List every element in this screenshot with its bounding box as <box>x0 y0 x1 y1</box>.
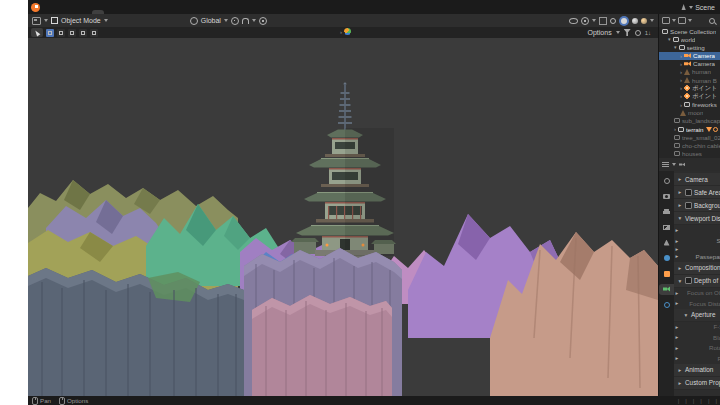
select-mode-subtract-icon[interactable] <box>68 29 76 37</box>
outliner-row[interactable]: cho-chin cable <box>659 141 720 149</box>
snap-magnet-icon[interactable] <box>242 18 249 24</box>
properties-row[interactable]: ▸ Background Images <box>674 199 720 212</box>
properties-row[interactable]: ▸ Show <box>674 236 720 247</box>
xray-toggle-icon[interactable] <box>599 17 607 25</box>
properties-row[interactable]: ▸ Animation <box>674 364 720 377</box>
panel-checkbox[interactable] <box>685 277 692 284</box>
properties-tab[interactable] <box>659 175 674 186</box>
collapse-arrow-icon[interactable]: ▾ <box>674 44 677 50</box>
panel-closed-arrow-icon: ▸ <box>677 380 683 386</box>
filter-funnel-icon[interactable] <box>624 29 631 36</box>
properties-row[interactable]: ▸ Safe Areas <box>674 186 720 199</box>
outliner-row[interactable]: › human <box>659 68 720 76</box>
display-mode-icon[interactable] <box>678 17 686 24</box>
outliner-row[interactable]: › human B <box>659 76 720 84</box>
properties-row[interactable]: ▸ Focus Distance <box>674 298 720 309</box>
shading-solid-active[interactable] <box>619 16 629 26</box>
shading-wireframe-icon[interactable] <box>610 18 616 24</box>
outliner-row[interactable]: › ポイント <box>659 84 720 92</box>
shading-material-icon[interactable] <box>632 18 638 24</box>
outliner-row[interactable]: › terrain <box>659 125 720 133</box>
outliner-row[interactable]: sub_landscape <box>659 117 720 125</box>
shading-rendered-icon[interactable] <box>641 18 647 24</box>
outliner-row[interactable]: Scene Collection <box>659 27 720 35</box>
properties-tab[interactable] <box>659 191 674 202</box>
panel-checkbox[interactable] <box>685 189 692 196</box>
properties-row[interactable]: ▸ Rotation <box>674 343 720 354</box>
disclosure-arrow-icon[interactable]: › <box>680 61 682 67</box>
properties-row[interactable]: ▸ Blades <box>674 332 720 343</box>
collapse-arrow-icon[interactable]: ▾ <box>668 36 671 42</box>
workspace-tabs <box>92 0 236 14</box>
properties-row[interactable]: ▸ Focus on Object <box>674 288 720 299</box>
properties-row[interactable]: ▾ Aperture <box>674 309 720 322</box>
properties-editor-icon[interactable] <box>662 162 669 167</box>
properties-tab[interactable] <box>659 222 674 233</box>
viewport-3d[interactable] <box>28 38 658 396</box>
blender-logo-icon[interactable] <box>31 3 40 12</box>
mode-selector[interactable]: Object Mode <box>61 17 101 24</box>
properties-row[interactable]: ▸ Passepartout <box>674 251 720 262</box>
disclosure-arrow-icon[interactable]: › <box>674 126 676 132</box>
outliner-item-icon <box>673 37 679 42</box>
outliner-item-label: ポイント <box>692 84 717 92</box>
gizmos-toggle-icon[interactable] <box>581 17 589 25</box>
proportional-editing-icon[interactable] <box>259 17 267 25</box>
select-mode-invert-icon[interactable] <box>79 29 87 37</box>
properties-tab-icon <box>664 178 670 184</box>
active-tool-button[interactable] <box>31 28 43 37</box>
properties-tab[interactable] <box>659 299 674 310</box>
disclosure-arrow-icon[interactable]: › <box>680 102 682 108</box>
outliner-row[interactable]: › Camera <box>659 60 720 68</box>
chevron-down-icon <box>44 19 48 22</box>
properties-tab[interactable] <box>659 268 674 279</box>
outliner-row[interactable]: moon <box>659 109 720 117</box>
outliner-row[interactable]: ▾ world <box>659 35 720 43</box>
properties-tab[interactable] <box>659 206 674 217</box>
properties-tab[interactable] <box>659 253 674 264</box>
scene-stat <box>690 398 698 404</box>
select-mode-intersect-icon[interactable] <box>90 29 98 37</box>
outliner-row[interactable]: ▾ setting <box>659 43 720 51</box>
properties-tab-icon <box>663 225 670 230</box>
properties-row[interactable]: ▸ Camera <box>674 173 720 186</box>
outliner-row[interactable]: › Camera <box>659 52 720 60</box>
properties-tab[interactable] <box>659 237 674 248</box>
outliner-row[interactable]: tree_small_02 <box>659 133 720 141</box>
transform-orientation[interactable]: Global <box>201 17 221 24</box>
properties-row[interactable]: ▸ F-Stop <box>674 322 720 333</box>
chevron-down-icon <box>252 19 256 22</box>
select-mode-extend-icon[interactable] <box>57 29 65 37</box>
visibility-icon[interactable] <box>569 18 578 24</box>
chevron-down-icon <box>650 19 654 22</box>
disclosure-arrow-icon[interactable]: › <box>680 77 682 83</box>
outliner-editor-icon[interactable] <box>662 17 670 24</box>
expand-arrow-icon[interactable]: › <box>340 29 342 35</box>
options-dropdown[interactable]: Options <box>588 29 612 36</box>
gear-icon[interactable] <box>635 30 641 36</box>
scene-selector[interactable]: Scene <box>680 4 715 11</box>
search-icon[interactable] <box>709 18 715 24</box>
material-preview-sphere-icon[interactable] <box>344 28 351 35</box>
panel-closed-arrow-icon: ▸ <box>674 238 680 244</box>
properties-row[interactable]: ▾ Viewport Display <box>674 212 720 225</box>
properties-row[interactable]: ▸ Size <box>674 225 720 236</box>
properties-tab[interactable] <box>659 284 674 295</box>
select-mode-new-icon[interactable] <box>46 29 54 37</box>
disclosure-arrow-icon[interactable]: › <box>680 85 682 91</box>
outliner-row[interactable]: › fireworks <box>659 101 720 109</box>
editor-type-icon[interactable] <box>32 17 41 25</box>
outliner-row[interactable]: houses <box>659 150 720 158</box>
disclosure-arrow-icon[interactable]: › <box>680 53 682 59</box>
properties-row[interactable]: ▸ Custom Properties <box>674 377 720 390</box>
properties-row[interactable]: ▸ Composition Guides <box>674 262 720 275</box>
sort-icon[interactable]: 1↓ <box>645 30 651 36</box>
disclosure-arrow-icon[interactable]: › <box>680 93 682 99</box>
disclosure-arrow-icon[interactable]: › <box>680 69 682 75</box>
properties-row[interactable]: ▸ Ratio <box>674 353 720 364</box>
panel-checkbox[interactable] <box>685 202 692 209</box>
pivot-point-icon[interactable] <box>231 17 239 25</box>
properties-row-label: Show <box>686 237 720 244</box>
properties-row[interactable]: ▾ Depth of Field <box>674 275 720 288</box>
outliner-row[interactable]: › ポイント <box>659 92 720 100</box>
